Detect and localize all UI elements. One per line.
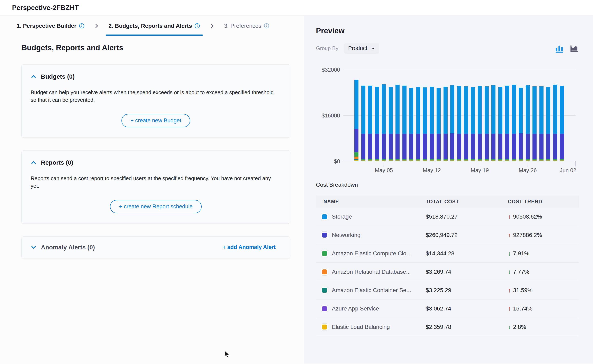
row-name: Amazon Relational Database... <box>332 269 411 275</box>
cost-breakdown-title: Cost Breakdown <box>316 182 579 188</box>
chart-bar-may-07[interactable] <box>395 85 400 161</box>
anomaly-alerts-title: Anomaly Alerts (0) <box>41 244 95 251</box>
chart-bar-may-14[interactable] <box>444 87 448 161</box>
chart-bar-may-06[interactable] <box>389 87 393 161</box>
table-row-amazon-relational-database[interactable]: Amazon Relational Database...$3,269.74↓7… <box>316 263 579 281</box>
trend-up-arrow-icon: ↑ <box>508 305 511 312</box>
bar-segment <box>512 85 516 134</box>
legend-color-swatch[interactable] <box>321 305 328 312</box>
chart-bar-may-02[interactable] <box>361 86 365 161</box>
chart-bar-may-16[interactable] <box>457 86 461 161</box>
chart-bar-may-27[interactable] <box>533 86 537 161</box>
swatch-color <box>322 233 327 238</box>
table-row-amazon-elastic-container-se[interactable]: Amazon Elastic Container Se...$3,225.29↑… <box>316 281 579 299</box>
legend-color-swatch[interactable] <box>321 213 328 221</box>
legend-color-swatch[interactable] <box>321 231 328 239</box>
info-icon[interactable] <box>264 23 269 29</box>
row-total-cost: $14,344.28 <box>426 250 508 257</box>
bar-segment <box>471 87 475 134</box>
chart-bar-may-31[interactable] <box>560 86 564 161</box>
legend-color-swatch[interactable] <box>321 268 328 276</box>
bar-segment <box>491 134 495 159</box>
create-budget-button[interactable]: + create new Budget <box>121 114 190 127</box>
chart-bar-may-30[interactable] <box>553 85 557 161</box>
bar-segment <box>546 134 550 159</box>
chart-bar-may-24[interactable] <box>512 85 516 161</box>
chart-bar-may-23[interactable] <box>505 86 509 161</box>
table-row-elastic-load-balancing[interactable]: Elastic Load Balancing$2,359.78↓2.8% <box>316 318 579 336</box>
bar-segment <box>354 161 359 161</box>
preview-title: Preview <box>316 26 579 35</box>
legend-color-swatch[interactable] <box>321 323 328 331</box>
row-name: Storage <box>332 214 352 220</box>
perspective-page: Perspective-2FBZHT 1. Perspective Builde… <box>0 0 593 364</box>
chart-bar-may-21[interactable] <box>491 85 495 161</box>
tab-budgets-reports-alerts[interactable]: 2. Budgets, Reports and Alerts <box>106 16 203 36</box>
chart-bar-may-15[interactable] <box>450 85 454 161</box>
expand-chevron-down-icon[interactable] <box>31 245 36 250</box>
reports-card: Reports (0) Reports can send a cost repo… <box>21 150 290 224</box>
chart-bar-may-10[interactable] <box>416 87 420 161</box>
x-axis-tick <box>384 161 384 167</box>
chart-bar-may-09[interactable] <box>409 88 413 161</box>
chart-bar-may-12[interactable] <box>430 87 434 161</box>
info-icon[interactable] <box>194 23 200 29</box>
bar-segment <box>430 87 434 134</box>
row-total-cost: $518,870.27 <box>426 214 508 220</box>
area-chart-icon[interactable] <box>569 44 579 53</box>
chart-bar-may-28[interactable] <box>540 86 544 161</box>
bar-segment <box>375 134 379 159</box>
bar-segment <box>553 85 557 134</box>
bar-segment <box>416 134 420 159</box>
legend-color-swatch[interactable] <box>321 286 328 294</box>
chart-bar-may-01[interactable] <box>354 80 359 161</box>
chart-bar-may-22[interactable] <box>498 87 502 161</box>
add-anomaly-alert-button[interactable]: + add Anomaly Alert <box>222 244 281 250</box>
bar-chart-icon[interactable] <box>555 44 564 53</box>
legend-color-swatch[interactable] <box>321 250 328 257</box>
tab-perspective-builder[interactable]: 1. Perspective Builder <box>14 16 87 36</box>
chart-bar-may-08[interactable] <box>402 86 406 161</box>
chart-bar-may-13[interactable] <box>437 88 441 161</box>
chart-bar-may-17[interactable] <box>464 86 468 161</box>
chart-bar-may-05[interactable] <box>382 84 386 161</box>
bar-segment <box>354 80 359 129</box>
table-row-storage[interactable]: Storage$518,870.27↑90508.62% <box>316 208 579 226</box>
tab-preferences[interactable]: 3. Preferences <box>221 16 272 36</box>
chart-bar-may-18[interactable] <box>471 87 475 161</box>
bar-segment <box>430 134 434 159</box>
collapse-chevron-up-icon[interactable] <box>31 160 36 165</box>
chart-bar-may-26[interactable] <box>526 85 530 161</box>
bar-segment <box>512 134 516 159</box>
group-by-value: Product <box>348 45 367 52</box>
collapse-chevron-up-icon[interactable] <box>31 74 36 79</box>
row-cost-trend: 15.74% <box>513 305 533 312</box>
chart-bar-may-11[interactable] <box>423 87 427 161</box>
budgets-description: Budget can help you receive alerts when … <box>31 89 279 104</box>
chart-bar-may-25[interactable] <box>519 88 523 161</box>
bar-segment <box>485 86 489 134</box>
column-header-name: NAME <box>316 199 426 204</box>
chart-bar-may-29[interactable] <box>546 87 550 161</box>
create-report-schedule-button[interactable]: + create new Report schedule <box>110 200 201 213</box>
bar-segment <box>368 86 372 134</box>
chart-bar-may-19[interactable] <box>478 86 482 161</box>
chart-bar-may-03[interactable] <box>368 86 372 161</box>
table-row-networking[interactable]: Networking$260,949.72↑927886.2% <box>316 226 579 244</box>
info-icon[interactable] <box>79 23 84 29</box>
chart-bar-may-04[interactable] <box>375 87 379 161</box>
swatch-color <box>322 325 327 330</box>
table-row-azure-app-service[interactable]: Azure App Service$3,062.74↑15.74% <box>316 299 579 318</box>
row-name: Amazon Elastic Compute Clo... <box>332 250 411 257</box>
y-axis-label: $16000 <box>316 113 340 119</box>
chart-bar-may-20[interactable] <box>485 86 489 161</box>
reports-title: Reports (0) <box>41 159 73 166</box>
table-row-amazon-elastic-compute-clo[interactable]: Amazon Elastic Compute Clo...$14,344.28↓… <box>316 244 579 263</box>
chevron-right-icon <box>94 23 99 29</box>
bar-segment <box>457 134 461 159</box>
group-by-select[interactable]: Product <box>344 43 379 54</box>
bar-segment <box>395 85 400 134</box>
bar-segment <box>485 134 489 159</box>
bar-segment <box>457 86 461 134</box>
bar-segment <box>361 134 365 159</box>
